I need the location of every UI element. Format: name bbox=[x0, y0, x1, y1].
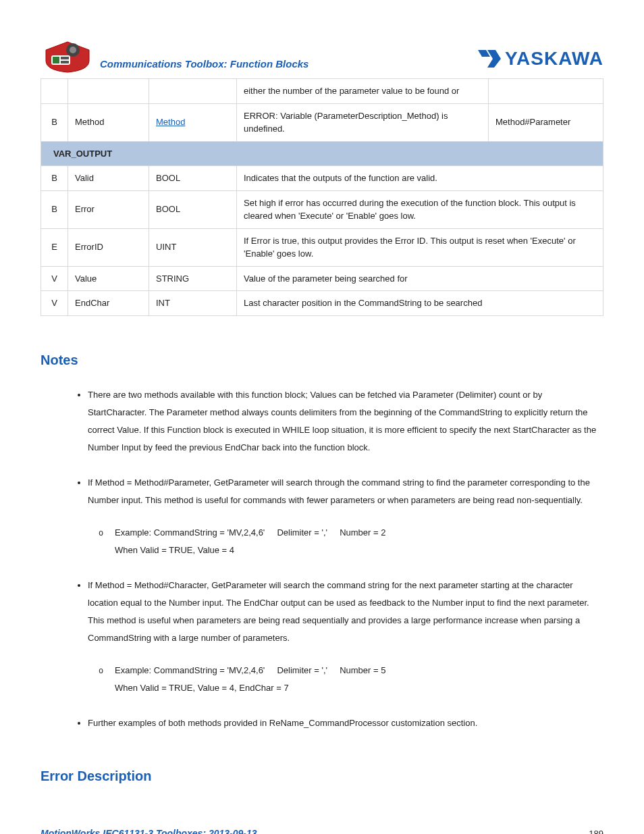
svg-rect-5 bbox=[61, 61, 69, 63]
cell-desc: If Error is true, this output provides t… bbox=[237, 228, 603, 266]
cell-scope: E bbox=[41, 228, 68, 266]
cell-scope: V bbox=[41, 266, 68, 291]
cell-name: ErrorID bbox=[68, 228, 149, 266]
sub-list: Example: CommandString = 'MV,2,4,6' Deli… bbox=[88, 524, 597, 559]
cell-desc: Last character position in the CommandSt… bbox=[237, 291, 603, 316]
cell-name: Method bbox=[68, 103, 149, 141]
cell-desc: Set high if error has occurred during th… bbox=[237, 190, 603, 228]
page-number: 189 bbox=[589, 827, 603, 835]
table-row: BErrorBOOLSet high if error has occurred… bbox=[41, 190, 603, 228]
list-item: If Method = Method#Parameter, GetParamet… bbox=[88, 474, 597, 559]
page-footer: MotionWorks IEC61131-3 Toolboxes: 2013-0… bbox=[41, 827, 603, 835]
table-row: EErrorIDUINTIf Error is true, this outpu… bbox=[41, 228, 603, 266]
cell-default: Method#Parameter bbox=[489, 103, 603, 141]
parameter-table: either the number of the parameter value… bbox=[41, 78, 603, 316]
cell-scope bbox=[41, 79, 68, 104]
cell-desc: either the number of the parameter value… bbox=[237, 79, 489, 104]
cell-type: STRING bbox=[149, 266, 237, 291]
sub-list-item: Example: CommandString = 'MV,2,4,6' Deli… bbox=[115, 662, 597, 697]
footer-title: MotionWorks IEC61131-3 Toolboxes: 2013-0… bbox=[41, 827, 257, 835]
cell-name: EndChar bbox=[68, 291, 149, 316]
cell-default bbox=[489, 79, 603, 104]
cell-name bbox=[68, 79, 149, 104]
sub-list: Example: CommandString = 'MV,2,4,6' Deli… bbox=[88, 662, 597, 697]
cell-desc: ERROR: Variable (ParameterDescription_Me… bbox=[237, 103, 489, 141]
note-text: Further examples of both methods provide… bbox=[88, 718, 477, 728]
cell-type: UINT bbox=[149, 228, 237, 266]
product-logo-icon bbox=[41, 41, 95, 73]
cell-scope: B bbox=[41, 103, 68, 141]
table-row: BMethodMethodERROR: Variable (ParameterD… bbox=[41, 103, 603, 141]
cell-type: Method bbox=[149, 103, 237, 141]
list-item: If Method = Method#Character, GetParamet… bbox=[88, 577, 597, 697]
notes-heading: Notes bbox=[41, 350, 603, 370]
list-item: Further examples of both methods provide… bbox=[88, 714, 597, 732]
cell-name: Error bbox=[68, 190, 149, 228]
brand-mark-icon bbox=[478, 50, 501, 68]
table-section-header: VAR_OUTPUT bbox=[41, 141, 603, 166]
brand-logo: YASKAWA bbox=[478, 45, 603, 73]
header-left: Communications Toolbox: Function Blocks bbox=[41, 41, 308, 73]
cell-type: BOOL bbox=[149, 166, 237, 191]
error-description-heading: Error Description bbox=[41, 766, 603, 786]
cell-scope: B bbox=[41, 166, 68, 191]
cell-type bbox=[149, 79, 237, 104]
note-text: There are two methods available with thi… bbox=[88, 390, 596, 452]
cell-scope: V bbox=[41, 291, 68, 316]
note-text: If Method = Method#Character, GetParamet… bbox=[88, 580, 589, 643]
cell-name: Valid bbox=[68, 166, 149, 191]
sub-list-item: Example: CommandString = 'MV,2,4,6' Deli… bbox=[115, 524, 597, 559]
note-text: If Method = Method#Parameter, GetParamet… bbox=[88, 477, 590, 505]
brand-text: YASKAWA bbox=[505, 45, 603, 73]
table-row: VEndCharINTLast character position in th… bbox=[41, 291, 603, 316]
cell-desc: Indicates that the outputs of the functi… bbox=[237, 166, 603, 191]
cell-desc: Value of the parameter being searched fo… bbox=[237, 266, 603, 291]
cell-name: Value bbox=[68, 266, 149, 291]
section-label: VAR_OUTPUT bbox=[41, 141, 603, 166]
header-title: Communications Toolbox: Function Blocks bbox=[100, 57, 308, 74]
svg-point-1 bbox=[70, 47, 76, 53]
table-row: VValueSTRINGValue of the parameter being… bbox=[41, 266, 603, 291]
notes-list: There are two methods available with thi… bbox=[41, 386, 603, 732]
svg-rect-3 bbox=[53, 57, 59, 63]
cell-type: BOOL bbox=[149, 190, 237, 228]
type-link[interactable]: Method bbox=[156, 117, 185, 127]
list-item: There are two methods available with thi… bbox=[88, 386, 597, 457]
cell-type: INT bbox=[149, 291, 237, 316]
page-header: Communications Toolbox: Function Blocks … bbox=[41, 41, 603, 73]
cell-scope: B bbox=[41, 190, 68, 228]
table-row: either the number of the parameter value… bbox=[41, 79, 603, 104]
svg-rect-4 bbox=[61, 57, 69, 59]
table-row: BValidBOOLIndicates that the outputs of … bbox=[41, 166, 603, 191]
